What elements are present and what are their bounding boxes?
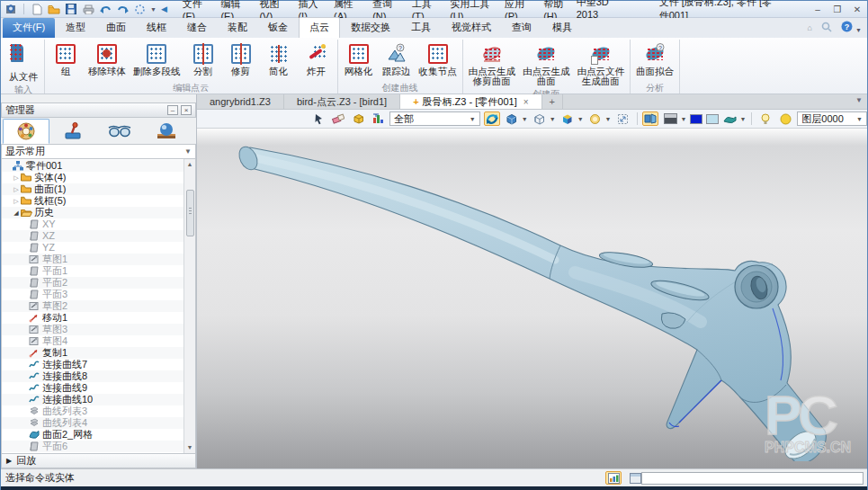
ribbon-button-组[interactable]: 组 xyxy=(48,41,84,78)
tree-expander[interactable]: ▷ xyxy=(12,183,21,195)
tree-item-复制1[interactable]: 复制1 xyxy=(2,347,183,359)
layer-color-icon[interactable] xyxy=(777,111,793,126)
ribbon-button-由点云文件生成曲面[interactable]: 由点云文件 生成曲面 xyxy=(575,41,628,88)
pick-entity-icon[interactable] xyxy=(310,111,327,126)
display-filter-combo[interactable]: 显示常用 ▼ xyxy=(1,145,196,159)
ribbon-button-分割[interactable]: 分割 xyxy=(185,41,221,78)
ribbon-button-从文件[interactable]: 从文件 xyxy=(5,41,41,84)
tree-item-XY[interactable]: XY xyxy=(2,218,183,230)
ribbon-tab-4[interactable]: 缝合 xyxy=(177,18,217,38)
tree-scrollbar[interactable]: ▲ ▼ xyxy=(183,159,195,453)
stem-body[interactable] xyxy=(247,147,826,461)
color-cube-icon[interactable] xyxy=(559,111,576,126)
command-input[interactable] xyxy=(641,472,864,485)
help-icon[interactable]: ? ▼ xyxy=(841,21,862,34)
wireframe-cube-icon[interactable] xyxy=(532,111,548,126)
scroll-thumb[interactable] xyxy=(186,190,194,236)
background-swatch-icon[interactable] xyxy=(662,111,678,126)
bulb-icon[interactable] xyxy=(757,111,774,126)
app-logo-icon[interactable] xyxy=(4,3,17,15)
ribbon-tab-2[interactable]: 曲面 xyxy=(96,18,136,38)
tree-item-草图7[interactable]: 草图7 xyxy=(2,452,183,453)
ribbon-tab-6[interactable]: 钣金 xyxy=(258,18,298,38)
tree-item-连接曲线8[interactable]: 连接曲线8 xyxy=(2,370,183,382)
tree-expander[interactable]: ▷ xyxy=(12,195,21,207)
save-icon[interactable] xyxy=(65,3,77,15)
document-tab-3[interactable]: + xyxy=(542,94,563,109)
document-tab-0[interactable]: angrybrid1.Z3 xyxy=(197,94,284,109)
ribbon-button-简化[interactable]: 简化 xyxy=(261,41,297,78)
fit-view-icon[interactable] xyxy=(615,111,631,126)
tree-item-草图2[interactable]: 草图2 xyxy=(2,300,183,312)
open-folder-icon[interactable] xyxy=(48,3,60,15)
tree-expander[interactable]: ◢ xyxy=(12,207,21,218)
search-icon[interactable] xyxy=(821,22,832,34)
more-dropdown-icon[interactable]: ▼ xyxy=(150,6,157,13)
document-tab-2[interactable]: +股骨柄.Z3 - [零件001]× xyxy=(400,94,541,109)
ribbon-button-删除多段线[interactable]: 删除多段线 xyxy=(130,41,183,78)
surface-style-icon[interactable] xyxy=(722,111,738,126)
chevron-down-icon[interactable]: ▼ xyxy=(550,116,556,122)
eraser-icon[interactable] xyxy=(330,111,346,126)
sketch-tool-tab[interactable] xyxy=(49,119,96,144)
scroll-down-icon[interactable]: ▼ xyxy=(187,442,193,453)
tree-item-平面3[interactable]: 平面3 xyxy=(2,289,183,300)
entity-filter-combo[interactable]: 全部 ▼ xyxy=(389,111,480,126)
ribbon-collapse-icon[interactable]: ⌂ xyxy=(808,23,812,32)
femoral-stem-3d-model[interactable] xyxy=(197,129,867,461)
ribbon-tab-8[interactable]: 数据交换 xyxy=(341,18,400,38)
ribbon-tab-7[interactable]: 点云 xyxy=(299,17,340,38)
close-tab-icon[interactable]: × xyxy=(523,97,529,107)
ribbon-tab-11[interactable]: 查询 xyxy=(502,18,541,38)
print-icon[interactable] xyxy=(82,3,94,15)
tree-expander[interactable]: ▷ xyxy=(12,172,21,183)
tree-item-连接曲线10[interactable]: 连接曲线10 xyxy=(2,394,183,405)
tree-item-移动1[interactable]: 移动1 xyxy=(2,312,183,324)
ribbon-button-炸开[interactable]: 炸开 xyxy=(299,41,335,78)
tree-item-平面6[interactable]: 平面6 xyxy=(2,441,183,452)
ribbon-button-曲面拟合[interactable]: ?曲面拟合 xyxy=(633,41,676,78)
chevron-down-icon[interactable]: ▼ xyxy=(522,116,528,122)
visibility-glasses-tab[interactable] xyxy=(96,119,143,144)
layer-combo[interactable]: 图层0000 ▼ xyxy=(797,111,867,126)
ribbon-button-由点云生成曲面[interactable]: 由点云生成 曲面 xyxy=(520,41,573,88)
ribbon-tab-12[interactable]: 模具 xyxy=(542,18,582,38)
ribbon-tab-10[interactable]: 视觉样式 xyxy=(442,18,501,38)
ribbon-button-由点云生成修剪曲面[interactable]: 由点云生成 修剪曲面 xyxy=(466,41,519,88)
3d-viewport[interactable]: PC PHPCMS.CN xyxy=(197,129,867,468)
tree-item-实体(4)[interactable]: ▷实体(4) xyxy=(2,172,183,183)
ribbon-button-收集节点[interactable]: 收集节点 xyxy=(416,41,460,78)
collapse-left-icon[interactable]: ◀ xyxy=(161,4,167,13)
chevron-down-icon[interactable]: ▼ xyxy=(577,116,584,122)
tree-item-线框(5)[interactable]: ▷线框(5) xyxy=(2,195,183,207)
tree-item-YZ[interactable]: YZ xyxy=(2,242,183,254)
tree-item-XZ[interactable]: XZ xyxy=(2,230,183,242)
tree-item-草图1[interactable]: 草图1 xyxy=(2,254,183,265)
tree-item-曲面2_网格[interactable]: 曲面2_网格 xyxy=(2,429,183,441)
undo-icon[interactable] xyxy=(99,3,112,15)
ribbon-button-修剪[interactable]: 修剪 xyxy=(223,41,259,78)
tab-list-dropdown-icon[interactable]: ▼ xyxy=(855,96,863,104)
panel-close-icon[interactable]: × xyxy=(181,105,192,115)
panel-minimize-icon[interactable]: – xyxy=(167,105,178,115)
tree-item-连接曲线9[interactable]: 连接曲线9 xyxy=(2,382,183,394)
tree-item-曲线列表3[interactable]: 曲线列表3 xyxy=(2,405,183,417)
tree-item-平面2[interactable]: 平面2 xyxy=(2,277,183,289)
ribbon-button-跟踪边[interactable]: ?跟踪边 xyxy=(379,41,415,78)
tree-item-草图4[interactable]: 草图4 xyxy=(2,335,183,347)
tree-item-草图3[interactable]: 草图3 xyxy=(2,324,183,335)
tree-item-平面1[interactable]: 平面1 xyxy=(2,265,183,277)
chevron-down-icon[interactable]: ▼ xyxy=(680,116,686,122)
circle-view-icon[interactable] xyxy=(587,111,604,126)
new-file-icon[interactable] xyxy=(31,3,43,15)
replay-section[interactable]: ▶ 回放 xyxy=(1,454,196,468)
close-button[interactable]: ✕ xyxy=(851,4,864,14)
scroll-up-icon[interactable]: ▲ xyxy=(187,159,193,170)
selection-filter-icon[interactable] xyxy=(133,3,146,15)
tree-item-历史[interactable]: ◢历史 xyxy=(2,207,183,218)
document-tab-1[interactable]: bird-点云.Z3 - [bird1] xyxy=(284,94,400,109)
output-panel-icon[interactable] xyxy=(605,471,622,485)
tree-item-零件001[interactable]: 零件001 xyxy=(2,160,183,172)
chevron-down-icon[interactable]: ▼ xyxy=(605,116,612,122)
ribbon-button-网格化[interactable]: 网格化 xyxy=(341,41,377,78)
